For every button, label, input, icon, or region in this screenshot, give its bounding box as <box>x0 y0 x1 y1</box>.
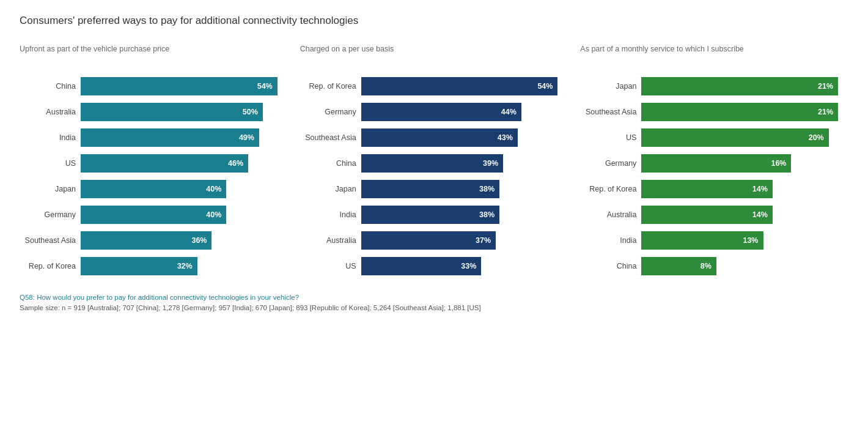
bar-label: Japan <box>300 185 361 193</box>
footnote-sample: Sample size: n = 919 [Australia]; 707 [C… <box>20 303 848 313</box>
bar-wrap: 44% <box>361 103 568 121</box>
bar-row: India13% <box>580 230 848 251</box>
bar-fill: 40% <box>81 206 226 224</box>
chart-title: Consumers' preferred ways to pay for add… <box>20 15 848 27</box>
chart-section-upfront: Upfront as part of the vehicle purchase … <box>20 44 294 281</box>
bar-row: India49% <box>20 127 288 148</box>
bar-label: China <box>20 82 81 91</box>
bar-label: US <box>20 159 81 168</box>
bar-fill: 43% <box>361 128 518 147</box>
bar-row: Rep. of Korea54% <box>300 76 568 97</box>
section-title-per-use: Charged on a per use basis <box>300 44 568 66</box>
bar-wrap: 16% <box>641 154 848 173</box>
bar-row: China8% <box>580 256 848 277</box>
bar-label: Southeast Asia <box>580 108 641 116</box>
bar-wrap: 21% <box>641 103 848 121</box>
bar-wrap: 46% <box>81 154 288 173</box>
bar-fill: 54% <box>361 77 558 95</box>
bar-label: India <box>580 236 641 245</box>
bar-fill: 13% <box>641 231 763 250</box>
bar-row: US33% <box>300 256 568 277</box>
bar-fill: 38% <box>361 206 499 224</box>
bar-label: Australia <box>580 210 641 219</box>
bar-wrap: 49% <box>81 128 288 147</box>
bar-fill: 14% <box>641 180 772 198</box>
bar-label: China <box>580 262 641 270</box>
chart-section-monthly: As part of a monthly service to which I … <box>574 44 848 281</box>
chart-section-per-use: Charged on a per use basisRep. of Korea5… <box>294 44 575 281</box>
bar-wrap: 37% <box>361 231 568 250</box>
bar-fill: 54% <box>81 77 278 95</box>
bar-wrap: 13% <box>641 231 848 250</box>
bar-row: Southeast Asia21% <box>580 102 848 122</box>
bar-label: Germany <box>300 108 361 116</box>
bar-label: Germany <box>20 210 81 219</box>
bar-fill: 21% <box>641 77 838 95</box>
bar-label: China <box>300 159 361 168</box>
bar-fill: 46% <box>81 154 248 173</box>
bar-wrap: 54% <box>361 77 568 95</box>
bar-label: Rep. of Korea <box>300 82 361 91</box>
bar-row: US46% <box>20 153 288 174</box>
bar-row: Australia50% <box>20 102 288 122</box>
bar-wrap: 54% <box>81 77 288 95</box>
bar-label: Southeast Asia <box>20 236 81 245</box>
section-title-monthly: As part of a monthly service to which I … <box>580 44 848 66</box>
bar-label: Rep. of Korea <box>20 262 81 270</box>
bar-label: Japan <box>580 82 641 91</box>
bar-row: Australia14% <box>580 204 848 225</box>
bar-fill: 8% <box>641 257 716 275</box>
bar-fill: 36% <box>81 231 211 250</box>
footnote-section: Q58: How would you prefer to pay for add… <box>20 292 848 314</box>
bar-fill: 16% <box>641 154 791 173</box>
bar-fill: 33% <box>361 257 482 275</box>
bar-fill: 21% <box>641 103 838 121</box>
bar-label: Australia <box>20 108 81 116</box>
bar-wrap: 38% <box>361 206 568 224</box>
charts-container: Upfront as part of the vehicle purchase … <box>20 44 848 281</box>
bar-label: Southeast Asia <box>300 133 361 142</box>
bar-wrap: 14% <box>641 206 848 224</box>
bar-row: China39% <box>300 153 568 174</box>
bar-wrap: 40% <box>81 206 288 224</box>
bar-fill: 40% <box>81 180 226 198</box>
bar-row: Japan38% <box>300 179 568 199</box>
section-title-upfront: Upfront as part of the vehicle purchase … <box>20 44 288 66</box>
bar-label: India <box>20 133 81 142</box>
bar-wrap: 36% <box>81 231 288 250</box>
bar-label: Germany <box>580 159 641 168</box>
bar-wrap: 40% <box>81 180 288 198</box>
bar-wrap: 39% <box>361 154 568 173</box>
bar-wrap: 38% <box>361 180 568 198</box>
bar-row: Southeast Asia36% <box>20 230 288 251</box>
bar-fill: 20% <box>641 128 828 147</box>
bar-row: Southeast Asia43% <box>300 127 568 148</box>
bar-fill: 14% <box>641 206 772 224</box>
bar-label: Rep. of Korea <box>580 185 641 193</box>
bar-wrap: 33% <box>361 257 568 275</box>
bar-wrap: 20% <box>641 128 848 147</box>
bar-row: Germany44% <box>300 102 568 122</box>
bar-wrap: 50% <box>81 103 288 121</box>
bar-wrap: 43% <box>361 128 568 147</box>
bar-row: Rep. of Korea14% <box>580 179 848 199</box>
bar-fill: 32% <box>81 257 197 275</box>
bar-row: Japan40% <box>20 179 288 199</box>
bar-fill: 37% <box>361 231 496 250</box>
bar-row: Japan21% <box>580 76 848 97</box>
bar-wrap: 21% <box>641 77 848 95</box>
bar-label: India <box>300 210 361 219</box>
bar-row: Australia37% <box>300 230 568 251</box>
bar-wrap: 8% <box>641 257 848 275</box>
bar-fill: 50% <box>81 103 263 121</box>
bar-row: China54% <box>20 76 288 97</box>
bar-label: US <box>580 133 641 142</box>
bar-label: Japan <box>20 185 81 193</box>
bar-wrap: 14% <box>641 180 848 198</box>
bar-row: Germany16% <box>580 153 848 174</box>
bar-fill: 44% <box>361 103 521 121</box>
bar-fill: 38% <box>361 180 499 198</box>
bar-wrap: 32% <box>81 257 288 275</box>
bar-row: Rep. of Korea32% <box>20 256 288 277</box>
bar-fill: 49% <box>81 128 259 147</box>
